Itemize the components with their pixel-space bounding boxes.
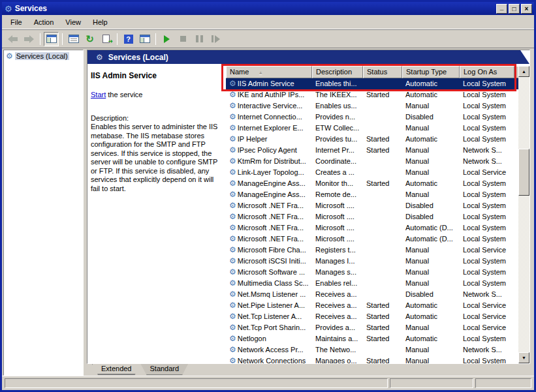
service-row[interactable]: ⚙IKE and AuthIP IPs...The IKEEX...Starte… [226, 89, 518, 100]
toolbar-separator [155, 33, 156, 45]
minimize-button[interactable]: _ [496, 4, 507, 14]
services-node-gear-icon: ⚙ [6, 52, 13, 60]
show-action-pane-button[interactable] [137, 32, 152, 46]
service-row[interactable]: ⚙Microsoft .NET Fra...Microsoft ....Auto… [226, 234, 518, 245]
service-row[interactable]: ⚙Microsoft .NET Fra...Microsoft ....Disa… [226, 200, 518, 211]
export-list-button[interactable] [99, 32, 114, 46]
service-name-text: Network Connections [238, 357, 306, 363]
cell-startup-type: Manual [402, 123, 460, 134]
service-row[interactable]: ⚙Microsoft .NET Fra...Microsoft ....Disa… [226, 211, 518, 222]
start-service-link[interactable]: Start [91, 91, 106, 98]
cell-description: Remote de... [312, 189, 363, 200]
service-row[interactable]: ⚙Microsoft Fibre Cha...Registers t...Man… [226, 245, 518, 256]
service-gear-icon: ⚙ [229, 312, 236, 321]
description-label: Description: [91, 114, 221, 122]
scrollbar-thumb[interactable] [518, 149, 529, 196]
service-row[interactable]: ⚙ManageEngine Ass...Monitor th...Started… [226, 178, 518, 189]
service-name-text: Microsoft Fibre Cha... [238, 246, 306, 254]
menu-view[interactable]: View [59, 17, 87, 27]
cell-log-on-as: Local System [460, 112, 514, 123]
column-header-name[interactable]: Name▲ [226, 66, 312, 78]
service-row[interactable]: ⚙Network ConnectionsManages o...StartedM… [226, 355, 518, 363]
cell-status [363, 344, 402, 355]
back-button[interactable] [5, 32, 20, 46]
refresh-button[interactable]: ↻ [82, 32, 97, 46]
service-name-text: IIS Admin Service [238, 80, 294, 87]
pause-service-button[interactable] [192, 32, 207, 46]
column-header-startup-type[interactable]: Startup Type [402, 66, 460, 78]
tab-standard[interactable]: Standard [140, 364, 188, 375]
service-name-text: Netlogon [238, 335, 266, 342]
cell-name: ⚙Netlogon [226, 333, 312, 344]
forward-arrow-icon [24, 35, 34, 43]
service-row[interactable]: ⚙Microsoft Software ...Manages s...Manua… [226, 267, 518, 278]
services-window: ⚙ Services _ □ × File Action View Help ↻ [0, 0, 536, 392]
scroll-down-button[interactable]: ▼ [518, 352, 529, 363]
cell-status [363, 289, 402, 300]
statusbar-panel [475, 378, 531, 388]
start-service-button[interactable] [159, 32, 174, 46]
close-button[interactable]: × [521, 4, 532, 14]
service-row[interactable]: ⚙Net.Msmq Listener ...Receives a...Disab… [226, 289, 518, 300]
scroll-up-button[interactable]: ▲ [518, 66, 529, 77]
service-row[interactable]: ⚙IIS Admin ServiceEnables thi...Automati… [226, 78, 518, 89]
menu-action[interactable]: Action [28, 17, 60, 27]
cell-log-on-as: Local System [460, 123, 514, 134]
service-row[interactable]: ⚙IPsec Policy AgentInternet Pr...Started… [226, 145, 518, 156]
properties-button[interactable] [66, 32, 81, 46]
service-row[interactable]: ⚙Microsoft iSCSI Initi...Manages I...Man… [226, 256, 518, 267]
service-row[interactable]: ⚙Internet Explorer E...ETW Collec...Manu… [226, 123, 518, 134]
cell-log-on-as: Local System [460, 189, 514, 200]
show-console-tree-button[interactable] [44, 32, 59, 46]
service-gear-icon: ⚙ [229, 112, 236, 121]
service-row[interactable]: ⚙NetlogonMaintains a...StartedAutomaticL… [226, 333, 518, 344]
cell-log-on-as: Local System [460, 333, 514, 344]
help-button[interactable]: ? [121, 32, 136, 46]
column-header-description[interactable]: Description [312, 66, 363, 78]
service-row[interactable]: ⚙Net.Tcp Listener A...Receives a...Start… [226, 311, 518, 322]
services-client-area: ⚙ Services (Local) IIS Admin Service Sta… [87, 50, 530, 364]
menu-help[interactable]: Help [87, 17, 114, 27]
cell-log-on-as: Local System [460, 134, 514, 145]
restart-service-button[interactable] [208, 32, 223, 46]
cell-log-on-as: Local System [460, 100, 514, 112]
service-row[interactable]: ⚙Net.Pipe Listener A...Receives a...Star… [226, 300, 518, 311]
cell-description: Coordinate... [312, 156, 363, 167]
back-arrow-icon [8, 35, 18, 43]
cell-startup-type: Manual [402, 267, 460, 278]
cell-description: Manages I... [312, 256, 363, 267]
cell-status: Started [363, 134, 402, 145]
service-row[interactable]: ⚙KtmRm for Distribut...Coordinate...Manu… [226, 156, 518, 167]
column-header-status[interactable]: Status [363, 66, 402, 78]
cell-name: ⚙IP Helper [226, 134, 312, 145]
cell-name: ⚙Microsoft .NET Fra... [226, 200, 312, 211]
main-area: ⚙ Services (Local) ⚙ Services (Local) II… [2, 48, 534, 376]
extended-view-content: IIS Admin Service Start the service Desc… [87, 64, 529, 363]
cell-startup-type: Manual [402, 167, 460, 178]
stop-service-button[interactable] [176, 32, 191, 46]
vertical-scrollbar[interactable]: ▲ ▼ [518, 66, 529, 363]
service-row[interactable]: ⚙Multimedia Class Sc...Enables rel...Man… [226, 278, 518, 289]
tab-extended[interactable]: Extended [92, 364, 140, 375]
maximize-button[interactable]: □ [509, 4, 520, 14]
cell-status: Started [363, 311, 402, 322]
column-header-log-on-as[interactable]: Log On As [460, 66, 514, 78]
cell-status: Started [363, 178, 402, 189]
service-row[interactable]: ⚙Network Access Pr...The Netwo...ManualN… [226, 344, 518, 355]
service-row[interactable]: ⚙Microsoft .NET Fra...Microsoft ....Auto… [226, 222, 518, 234]
action-pane-icon [140, 35, 150, 43]
service-row[interactable]: ⚙Link-Layer Topolog...Creates a ...Manua… [226, 167, 518, 178]
service-name-text: Microsoft Software ... [238, 268, 305, 276]
service-row[interactable]: ⚙Internet Connectio...Provides n...Disab… [226, 112, 518, 123]
tree-item-services-local[interactable]: ⚙ Services (Local) [5, 52, 82, 61]
service-gear-icon: ⚙ [229, 290, 236, 299]
menu-file[interactable]: File [5, 17, 28, 27]
service-name-text: ManageEngine Ass... [238, 190, 306, 198]
service-row[interactable]: ⚙IP HelperProvides tu...StartedAutomatic… [226, 134, 518, 145]
cell-description: Microsoft .... [312, 222, 363, 234]
service-name-text: Link-Layer Topolog... [238, 168, 304, 176]
forward-button[interactable] [22, 32, 37, 46]
service-row[interactable]: ⚙ManageEngine Ass...Remote de...ManualLo… [226, 189, 518, 200]
service-row[interactable]: ⚙Interactive Service...Enables us...Manu… [226, 100, 518, 112]
service-row[interactable]: ⚙Net.Tcp Port Sharin...Provides a...Star… [226, 322, 518, 333]
